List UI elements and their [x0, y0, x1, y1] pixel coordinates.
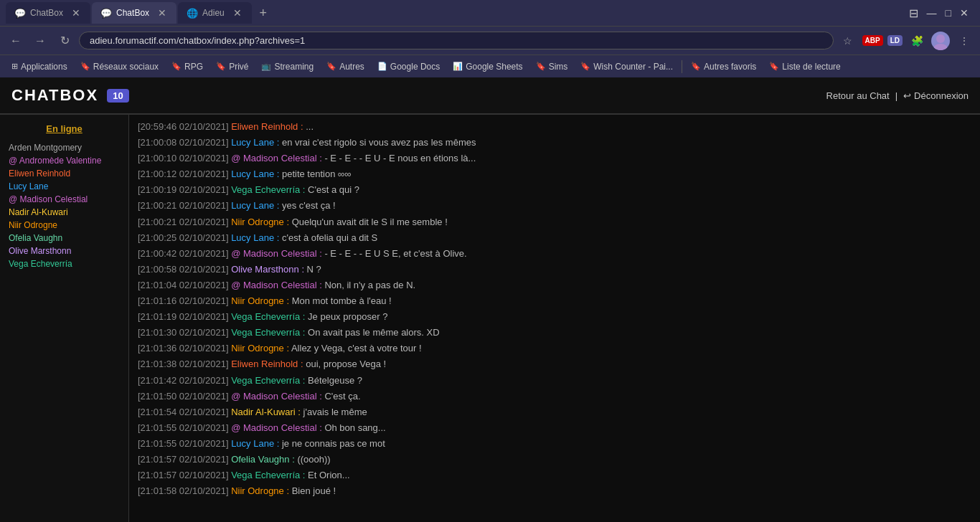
puzzle-icon[interactable]: 🧩 — [907, 31, 927, 51]
chat-text-18: j'avais le même — [301, 407, 367, 417]
address-input[interactable] — [79, 32, 834, 49]
chat-timestamp-23: [21:01:58 02/10/2021] — [138, 485, 231, 496]
new-tab-button[interactable]: + — [253, 3, 273, 23]
bookmark-sims[interactable]: 🔖 Sims — [530, 60, 574, 74]
chat-username-17[interactable]: @ Madison Celestial : — [231, 391, 322, 402]
tab-2[interactable]: 💬 ChatBox ✕ — [92, 2, 176, 24]
chat-timestamp-18: [21:01:54 02/10/2021] — [138, 407, 231, 417]
chat-line-2: [21:00:10 02/10/2021] @ Madison Celestia… — [138, 151, 971, 166]
menu-button[interactable]: ⋮ — [954, 31, 974, 51]
address-bar: ← → ↻ ☆ ABP LD 🧩 ⋮ — [0, 26, 980, 54]
chat-username-15[interactable]: Eliwen Reinhold : — [231, 359, 303, 369]
ld-badge[interactable]: LD — [887, 35, 903, 46]
chat-timestamp-9: [21:00:58 02/10/2021] — [138, 264, 231, 275]
return-to-chat-link[interactable]: Retour au Chat — [826, 90, 890, 101]
chat-line-18: [21:01:54 02/10/2021] Nadir Al-Kuwari : … — [138, 404, 971, 420]
bookmark-google-docs[interactable]: 📄 Google Docs — [372, 60, 446, 74]
chat-username-9[interactable]: Olive Marsthonn : — [231, 264, 304, 275]
chat-username-20[interactable]: Lucy Lane : — [231, 438, 279, 449]
chatbox-header: CHATBOX 10 Retour au Chat | ↩ Déconnexio… — [0, 77, 980, 115]
sidebar-user-ofelia[interactable]: Ofelia Vaughn — [6, 232, 123, 245]
tab-1-label: ChatBox — [30, 8, 63, 18]
tab-1[interactable]: 💬 ChatBox ✕ — [6, 2, 90, 24]
tab-3[interactable]: 🌐 Adieu ✕ — [178, 2, 252, 24]
reload-button[interactable]: ↻ — [55, 31, 75, 51]
sidebar-user-lucy[interactable]: Lucy Lane — [6, 180, 123, 193]
sidebar-user-andromede[interactable]: @ Andromède Valentine — [6, 154, 123, 167]
chat-timestamp-3: [21:00:12 02/10/2021] — [138, 169, 231, 179]
chat-line-20: [21:01:55 02/10/2021] Lucy Lane : je ne … — [138, 436, 971, 452]
chat-username-2[interactable]: @ Madison Celestial : — [231, 153, 322, 163]
bookmark-prive[interactable]: 🔖 Privé — [210, 60, 254, 74]
tab-2-close[interactable]: ✕ — [156, 7, 168, 19]
chat-username-18[interactable]: Nadir Al-Kuwari : — [231, 407, 301, 417]
chat-username-16[interactable]: Vega Echeverría : — [231, 375, 305, 386]
list-icon: 🔖 — [769, 62, 779, 71]
back-button[interactable]: ← — [6, 31, 26, 51]
chat-timestamp-11: [21:01:16 02/10/2021] — [138, 295, 231, 306]
sidebar-user-madison[interactable]: @ Madison Celestial — [6, 193, 123, 206]
bookmark-wish[interactable]: 🔖 Wish Counter - Pai... — [575, 60, 679, 74]
sidebar-user-arden[interactable]: Arden Montgomery — [6, 141, 123, 154]
chat-line-9: [21:00:58 02/10/2021] Olive Marsthonn : … — [138, 262, 971, 277]
tab-1-close[interactable]: ✕ — [70, 7, 82, 19]
avatar-icon[interactable] — [931, 32, 950, 50]
sidebar-toggle-icon[interactable]: ⊟ — [909, 6, 918, 20]
chat-username-4[interactable]: Vega Echeverría : — [231, 184, 305, 195]
tab-bar: 💬 ChatBox ✕ 💬 ChatBox ✕ 🌐 Adieu ✕ + ⊟ — … — [0, 0, 980, 26]
maximize-button[interactable]: □ — [946, 7, 951, 19]
folder-icon-4: 🔖 — [326, 62, 336, 71]
chat-username-21[interactable]: Ofelia Vaughn : — [231, 454, 295, 465]
chat-username-0[interactable]: Eliwen Reinhold : — [231, 121, 303, 132]
chat-username-22[interactable]: Vega Echeverría : — [231, 470, 305, 480]
chat-username-6[interactable]: Niir Odrogne : — [231, 217, 289, 227]
sidebar-user-nadir[interactable]: Nadir Al-Kuwari — [6, 206, 123, 219]
chat-text-22: Et Orion... — [305, 470, 349, 480]
chat-line-19: [21:01:55 02/10/2021] @ Madison Celestia… — [138, 420, 971, 436]
bookmark-google-sheets[interactable]: 📊 Google Sheets — [447, 60, 528, 74]
sidebar-user-olive[interactable]: Olive Marsthonn — [6, 245, 123, 257]
chat-username-12[interactable]: Vega Echeverría : — [231, 311, 305, 322]
bookmark-liste-lecture[interactable]: 🔖 Liste de lecture — [763, 60, 846, 74]
chat-username-14[interactable]: Niir Odrogne : — [231, 343, 289, 353]
chat-timestamp-8: [21:00:42 02/10/2021] — [138, 248, 231, 259]
bookmark-autres-favoris[interactable]: 🔖 Autres favoris — [685, 60, 762, 74]
chat-username-8[interactable]: @ Madison Celestial : — [231, 248, 322, 259]
chat-timestamp-20: [21:01:55 02/10/2021] — [138, 438, 231, 449]
star-icon[interactable]: ☆ — [838, 31, 858, 51]
abp-badge[interactable]: ABP — [862, 35, 883, 46]
sidebar-user-eliwen[interactable]: Eliwen Reinhold — [6, 167, 123, 180]
chat-username-7[interactable]: Lucy Lane : — [231, 232, 279, 243]
folder-icon-7: 🔖 — [691, 62, 701, 71]
sidebar-user-niir[interactable]: Niir Odrogne — [6, 219, 123, 232]
logout-icon: ↩ — [903, 90, 911, 101]
bookmark-reseaux[interactable]: 🔖 Réseaux sociaux — [75, 60, 164, 74]
close-button[interactable]: ✕ — [960, 7, 969, 19]
tab-3-close[interactable]: ✕ — [232, 7, 243, 19]
bookmark-applications[interactable]: ⊞ Applications — [6, 60, 73, 74]
bookmark-rpg[interactable]: 🔖 RPG — [166, 60, 209, 74]
chat-username-5[interactable]: Lucy Lane : — [231, 200, 279, 211]
sidebar-user-vega[interactable]: Vega Echeverría — [6, 257, 123, 270]
bookmark-separator — [682, 60, 682, 73]
chat-timestamp-19: [21:01:55 02/10/2021] — [138, 422, 231, 433]
chat-text-16: Bételgeuse ? — [305, 375, 362, 386]
chat-username-13[interactable]: Vega Echeverría : — [231, 327, 305, 338]
chat-messages[interactable]: [20:59:46 02/10/2021] Eliwen Reinhold : … — [129, 115, 980, 522]
chat-username-19[interactable]: @ Madison Celestial : — [231, 422, 322, 433]
bookmark-streaming[interactable]: 📺 Streaming — [255, 60, 319, 74]
chat-timestamp-22: [21:01:57 02/10/2021] — [138, 470, 231, 480]
chat-username-11[interactable]: Niir Odrogne : — [231, 295, 289, 306]
chat-username-23[interactable]: Niir Odrogne : — [231, 485, 289, 496]
minimize-button[interactable]: — — [927, 7, 937, 19]
forward-button[interactable]: → — [30, 31, 50, 51]
chat-timestamp-21: [21:01:57 02/10/2021] — [138, 454, 231, 465]
chat-username-1[interactable]: Lucy Lane : — [231, 137, 279, 148]
chat-username-10[interactable]: @ Madison Celestial : — [231, 280, 322, 290]
chatbox-title-area: CHATBOX 10 — [11, 86, 129, 105]
logout-button[interactable]: ↩ Déconnexion — [903, 90, 969, 101]
chat-text-10: Non, il n'y a pas de N. — [322, 280, 415, 290]
bookmark-autres[interactable]: 🔖 Autres — [321, 60, 370, 74]
svg-point-0 — [936, 34, 945, 43]
chat-username-3[interactable]: Lucy Lane : — [231, 169, 279, 179]
